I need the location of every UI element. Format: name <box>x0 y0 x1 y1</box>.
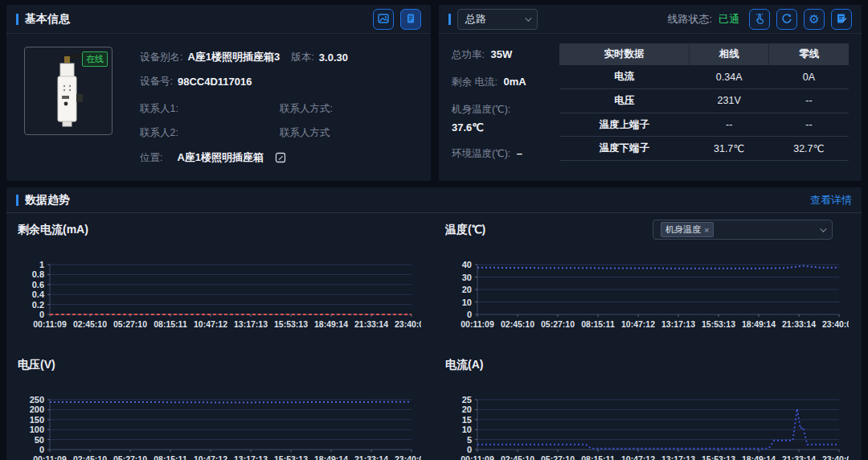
svg-text:02:45:10: 02:45:10 <box>501 454 534 460</box>
svg-text:0: 0 <box>39 445 44 454</box>
total-power-label: 总功率: <box>452 49 485 60</box>
residual-current-chart: 00.20.40.60.8100:11:0902:45:1005:27:1008… <box>18 260 423 339</box>
chevron-down-icon <box>525 14 531 21</box>
data-trend-header: 数据趋势 查看详情 <box>6 187 862 213</box>
svg-text:0.4: 0.4 <box>32 290 45 299</box>
svg-text:23:40:00: 23:40:00 <box>822 454 849 460</box>
table-cell: 31.7℃ <box>690 137 769 161</box>
basic-info-header: 基本信息 <box>6 5 431 34</box>
svg-text:23:40:00: 23:40:00 <box>395 454 421 460</box>
realtime-header: 总路 线路状态: 已通 ⚙ <box>439 5 862 34</box>
table-row: 温度上端子---- <box>559 113 849 137</box>
top-row: 基本信息 <box>0 0 868 181</box>
body-temp-stat: 机身温度(℃): 37.6℃ <box>452 103 555 133</box>
section-accent-bar <box>16 14 18 25</box>
ambient-temp-value: – <box>517 147 522 159</box>
voltage-chart: 05010015020025000:11:0902:45:1005:27:100… <box>18 395 423 460</box>
svg-text:05:27:10: 05:27:10 <box>113 319 147 329</box>
device-photo: 在线 <box>24 47 113 135</box>
svg-text:00:11:09: 00:11:09 <box>33 454 67 460</box>
table-cell: 温度上端子 <box>559 113 690 137</box>
settings-button[interactable]: ⚙ <box>804 9 825 30</box>
edit-location-icon[interactable] <box>275 152 286 163</box>
svg-text:23:40:00: 23:40:00 <box>395 319 421 329</box>
line-status-label: 线路状态: <box>667 12 712 27</box>
svg-text:15:53:13: 15:53:13 <box>702 319 735 329</box>
version-label: 版本: <box>291 51 313 64</box>
remove-tag-icon[interactable]: × <box>704 225 709 235</box>
info-row-device-no: 设备号: 98CC4D117016 <box>140 75 420 88</box>
svg-text:00:11:09: 00:11:09 <box>461 319 494 329</box>
svg-text:20: 20 <box>462 405 472 414</box>
basic-info-body: 在线 设备别名: A座1楼照明插座箱3 版本: 3.0.30 设备号: <box>6 34 431 175</box>
residual-current-chart-title: 剩余电流(mA) <box>18 223 423 237</box>
svg-text:05:27:10: 05:27:10 <box>541 454 575 460</box>
svg-text:05:27:10: 05:27:10 <box>113 454 147 460</box>
table-header-cell: 相线 <box>690 43 769 65</box>
svg-text:25: 25 <box>462 395 472 405</box>
edit-log-icon <box>836 13 847 26</box>
image-icon <box>378 13 389 26</box>
svg-text:250: 250 <box>30 395 44 405</box>
svg-text:15: 15 <box>462 415 472 425</box>
svg-text:00:11:09: 00:11:09 <box>33 319 67 329</box>
svg-text:100: 100 <box>30 425 44 434</box>
touch-control-button[interactable] <box>749 9 770 30</box>
svg-text:0: 0 <box>467 445 472 454</box>
svg-text:08:15:11: 08:15:11 <box>581 454 615 460</box>
svg-text:150: 150 <box>30 415 44 425</box>
residual-current-value: 0mA <box>503 76 526 88</box>
svg-text:13:17:13: 13:17:13 <box>234 319 268 329</box>
svg-text:13:17:13: 13:17:13 <box>661 319 695 329</box>
circuit-select[interactable]: 总路 <box>457 9 538 30</box>
svg-text:08:15:11: 08:15:11 <box>154 319 187 329</box>
basic-info-title: 基本信息 <box>25 12 70 27</box>
realtime-body: 总功率: 35W 剩余 电流: 0mA 机身温度(℃): 37.6℃ 环境温度(… <box>439 34 862 161</box>
residual-current-chart-cell: 剩余电流(mA) 00.20.40.60.8100:11:0902:45:100… <box>6 213 434 348</box>
temperature-series-select[interactable]: 机身温度 × <box>653 220 833 240</box>
section-accent-bar <box>448 14 451 25</box>
realtime-table-head: 实时数据相线零线 <box>559 43 849 65</box>
svg-text:21:33:14: 21:33:14 <box>782 454 816 460</box>
table-cell: 电流 <box>559 65 690 89</box>
svg-text:18:49:14: 18:49:14 <box>314 319 348 329</box>
device-card-button[interactable] <box>400 9 421 30</box>
voltage-chart-cell: 电压(V) 05010015020025000:11:0902:45:1005:… <box>6 348 434 460</box>
svg-text:20: 20 <box>462 285 472 294</box>
refresh-button[interactable] <box>776 9 797 30</box>
table-cell: -- <box>690 113 769 137</box>
view-details-link[interactable]: 查看详情 <box>810 193 852 207</box>
line-status-value: 已通 <box>719 12 739 27</box>
svg-text:5: 5 <box>467 435 472 445</box>
circuit-select-value: 总路 <box>465 12 486 27</box>
current-chart-title: 电流(A) <box>445 358 850 372</box>
image-button[interactable] <box>373 9 394 30</box>
table-cell: 电压 <box>559 89 690 113</box>
svg-text:0.8: 0.8 <box>32 269 44 279</box>
svg-text:21:33:14: 21:33:14 <box>354 319 388 329</box>
basic-info-panel: 基本信息 <box>6 5 431 181</box>
edit-log-button[interactable] <box>831 9 852 30</box>
svg-text:30: 30 <box>462 273 472 282</box>
chevron-down-icon <box>820 225 826 232</box>
temperature-tag-label: 机身温度 <box>665 224 701 236</box>
svg-text:0: 0 <box>39 310 44 319</box>
gear-icon: ⚙ <box>809 13 819 25</box>
svg-text:02:45:10: 02:45:10 <box>73 454 107 460</box>
realtime-table-body: 电流0.34A0A电压231V--温度上端子----温度下端子31.7℃32.7… <box>559 65 849 161</box>
table-cell: 温度下端子 <box>559 137 690 161</box>
svg-text:1: 1 <box>39 260 44 269</box>
realtime-toolbar: 线路状态: 已通 ⚙ <box>667 9 852 30</box>
svg-text:50: 50 <box>35 435 44 445</box>
ambient-temp-stat: 环境温度(℃): – <box>452 147 555 161</box>
contact-method1-label: 联系人方式: <box>280 102 333 116</box>
table-cell: 231V <box>690 89 769 113</box>
section-accent-bar <box>16 195 18 206</box>
svg-text:02:45:10: 02:45:10 <box>73 319 107 329</box>
temperature-series-tag: 机身温度 × <box>661 222 714 237</box>
contact2-label: 联系人2: <box>140 126 178 140</box>
body-temp-value: 37.6℃ <box>452 121 555 133</box>
online-status-badge: 在线 <box>82 51 108 67</box>
svg-text:0: 0 <box>467 310 472 319</box>
svg-text:00:11:09: 00:11:09 <box>461 454 494 460</box>
